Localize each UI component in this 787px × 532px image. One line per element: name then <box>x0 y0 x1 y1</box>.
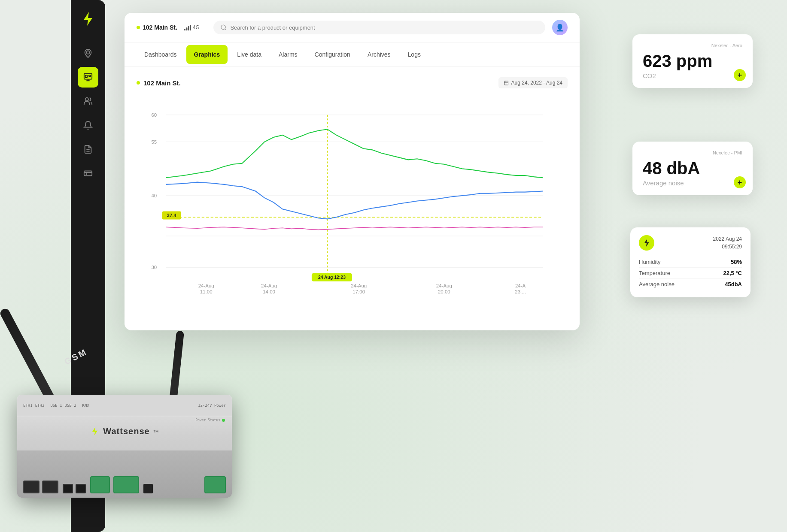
card-co2: Nexelec - Aero 623 ppm CO2 + <box>632 34 753 88</box>
brand-trademark: ™ <box>153 429 159 435</box>
status-row-1: Power Status <box>195 418 225 422</box>
date-range-picker[interactable]: Aug 24, 2022 - Aug 24 <box>498 77 568 88</box>
location-badge[interactable]: 102 Main St. <box>137 24 177 31</box>
search-input[interactable] <box>230 24 538 31</box>
tab-dashboards[interactable]: Dashboards <box>137 45 185 64</box>
usb-ports <box>63 484 86 493</box>
device-label-eth2: ETH2 <box>35 403 45 408</box>
app-window: 102 Main St. 4G 👤 Dashboards Graphics <box>125 13 580 330</box>
device-label-usb2: USB 2 <box>64 403 76 408</box>
tab-archives[interactable]: Archives <box>360 45 398 64</box>
location-dot <box>137 26 140 29</box>
ethernet-ports <box>23 481 58 493</box>
tab-logs[interactable]: Logs <box>400 45 428 64</box>
svg-text:30: 30 <box>151 265 157 270</box>
tab-graphics[interactable]: Graphics <box>186 45 228 64</box>
svg-text:24-Aug: 24-Aug <box>198 283 214 288</box>
device-label-eth1: ETH1 <box>23 403 33 408</box>
tooltip-row-humidity: Humidity 58% <box>639 257 742 268</box>
svg-rect-13 <box>188 26 189 30</box>
green-connector-1 <box>90 476 110 493</box>
svg-text:11:00: 11:00 <box>200 289 213 294</box>
signal-text: 4G <box>193 24 200 30</box>
search-icon <box>220 24 227 31</box>
svg-marker-45 <box>644 239 649 247</box>
device-brand: Wattsense ™ <box>90 426 158 436</box>
sidebar-item-network[interactable] <box>78 163 98 184</box>
card-noise-plus-button[interactable]: + <box>734 176 746 188</box>
logo <box>78 9 98 29</box>
svg-text:20:00: 20:00 <box>438 289 450 294</box>
tooltip-row-temperature: Temperature 22,5 °C <box>639 268 742 279</box>
tooltip-header: 2022 Aug 24 09:55:29 <box>639 235 742 251</box>
status-led-green <box>222 419 225 422</box>
device-label-usb1: USB 1 <box>50 403 62 408</box>
svg-marker-0 <box>84 12 92 26</box>
sidebar-item-reports[interactable] <box>78 139 98 160</box>
svg-text:24 Aug 12:23: 24 Aug 12:23 <box>318 275 346 280</box>
svg-text:14:00: 14:00 <box>263 289 275 294</box>
device-label-knx: KNX <box>82 403 89 408</box>
signal-badge: 4G <box>184 24 200 30</box>
chart-title-text: 102 Main St. <box>143 79 181 87</box>
device-ports <box>23 456 226 493</box>
chart-title-dot <box>137 81 140 85</box>
device-top-panel: ETH1 ETH2 USB 1 USB 2 KNX 12-24V Power <box>17 395 232 416</box>
device-label-power: 12-24V Power <box>198 403 226 408</box>
svg-text:17:00: 17:00 <box>352 289 365 294</box>
brand-name: Wattsense <box>103 426 149 436</box>
tab-live-data[interactable]: Live data <box>229 45 269 64</box>
search-bar[interactable] <box>213 21 545 34</box>
status-label-1: Power Status <box>195 418 220 422</box>
svg-text:24-Aug: 24-Aug <box>351 283 367 288</box>
date-range-text: Aug 24, 2022 - Aug 24 <box>511 80 562 86</box>
svg-text:24-A: 24-A <box>515 283 526 288</box>
svg-rect-8 <box>84 171 92 176</box>
svg-point-15 <box>221 25 225 29</box>
chart-area: 102 Main St. Aug 24, 2022 - Aug 24 <box>125 67 580 305</box>
svg-point-1 <box>86 51 89 54</box>
sidebar-item-devices[interactable] <box>78 67 98 88</box>
green-connector-2 <box>113 476 139 493</box>
nav-tabs: Dashboards Graphics Live data Alarms Con… <box>125 42 580 67</box>
sidebar-item-users[interactable] <box>78 91 98 112</box>
sidebar-item-alerts[interactable] <box>78 115 98 136</box>
eth-port-2 <box>42 481 58 493</box>
tooltip-time: 2022 Aug 24 09:55:29 <box>713 235 742 251</box>
card-noise: Nexelec - PMI 48 dbA Average noise + <box>632 142 753 195</box>
svg-point-5 <box>85 98 88 101</box>
tooltip-row-noise: Average noise 45dbA <box>639 279 742 290</box>
avatar[interactable]: 👤 <box>552 20 568 35</box>
tooltip-humidity-label: Humidity <box>639 259 661 265</box>
location-text: 102 Main St. <box>143 24 177 31</box>
card-noise-value: 48 dbA <box>643 159 742 178</box>
tooltip-temperature-value: 22,5 °C <box>723 270 742 276</box>
device-port-area <box>17 450 232 498</box>
svg-marker-46 <box>92 427 97 435</box>
tab-configuration[interactable]: Configuration <box>307 45 358 64</box>
tooltip-noise-label: Average noise <box>639 281 675 287</box>
tab-alarms[interactable]: Alarms <box>271 45 305 64</box>
chart-container: 60 55 40 30 37.4 24 Aug 12: <box>137 97 568 294</box>
tooltip-temperature-label: Temperature <box>639 270 670 276</box>
svg-text:24-Aug: 24-Aug <box>261 283 277 288</box>
card-co2-value: 623 ppm <box>643 51 742 70</box>
svg-text:55: 55 <box>151 139 157 145</box>
green-connectors <box>90 476 139 493</box>
app-header: 102 Main St. 4G 👤 <box>125 13 580 42</box>
chart-header: 102 Main St. Aug 24, 2022 - Aug 24 <box>137 77 568 88</box>
svg-rect-3 <box>85 75 88 78</box>
card-co2-plus-button[interactable]: + <box>734 69 746 81</box>
svg-rect-11 <box>184 29 185 30</box>
svg-text:60: 60 <box>151 112 157 118</box>
sidebar-item-location[interactable] <box>78 43 98 63</box>
card-co2-source: Nexelec - Aero <box>643 43 742 48</box>
svg-point-10 <box>86 174 87 175</box>
tooltip-humidity-value: 58% <box>731 259 742 265</box>
tooltip-card: 2022 Aug 24 09:55:29 Humidity 58% Temper… <box>630 227 751 297</box>
status-lights: Power Status <box>195 418 225 422</box>
svg-rect-14 <box>190 25 191 30</box>
device-body: ETH1 ETH2 USB 1 USB 2 KNX 12-24V Power W… <box>17 395 232 498</box>
svg-text:23:...: 23:... <box>515 289 526 294</box>
card-noise-label: Average noise <box>643 179 742 187</box>
